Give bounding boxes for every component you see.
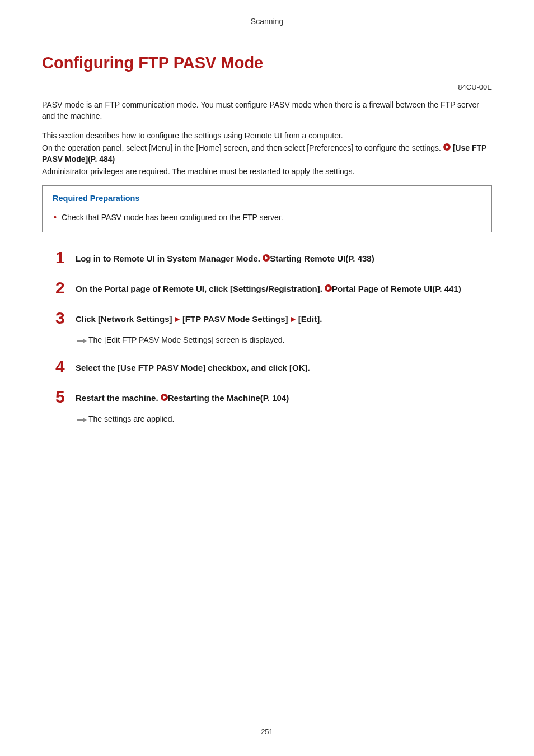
step-number: 4 [55,358,76,375]
step-5-result: The settings are applied. [77,414,492,424]
step-3-result: The [Edit FTP PASV Mode Settings] screen… [77,335,492,345]
svg-marker-13 [83,418,87,422]
intro-para-2b: On the operation panel, select [Menu] in… [42,142,492,165]
prep-item: Check that PASV mode has been configured… [53,213,481,222]
step-5: 5 Restart the machine. Restarting the Ma… [42,389,492,424]
crossref-icon [443,143,451,151]
step-2: 2 On the Portal page of Remote UI, click… [42,279,492,296]
step-number: 2 [55,279,76,296]
svg-rect-12 [77,419,83,421]
svg-marker-6 [175,317,180,322]
crossref-icon [161,394,168,401]
step-number: 5 [55,389,76,405]
intro-para-2b-text: On the operation panel, select [Menu] in… [42,143,443,152]
section-header: Scanning [42,17,492,26]
step-5-result-text: The settings are applied. [88,414,174,423]
step-4: 4 Select the [Use FTP PASV Mode] checkbo… [42,358,492,375]
required-preparations-title: Required Preparations [53,194,481,203]
step-1-crossref[interactable]: Starting Remote UI(P. 438) [270,254,374,263]
step-3: 3 Click [Network Settings] [FTP PASV Mod… [42,310,492,345]
step-3-result-text: The [Edit FTP PASV Mode Settings] screen… [88,335,284,344]
step-5-crossref[interactable]: Restarting the Machine(P. 104) [168,393,289,403]
crossref-icon [263,254,270,262]
result-arrow-icon [77,336,87,345]
step-3-title: Click [Network Settings] [FTP PASV Mode … [76,313,492,325]
page-title: Configuring FTP PASV Mode [42,54,492,77]
step-2-crossref[interactable]: Portal Page of Remote UI(P. 441) [332,284,461,293]
intro-para-3: Administrator privileges are required. T… [42,166,492,177]
step-4-text: Select the [Use FTP PASV Mode] checkbox,… [76,363,310,372]
step-2-text: On the Portal page of Remote UI, click [… [76,284,325,293]
step-5-text: Restart the machine. [76,393,161,403]
svg-marker-7 [291,317,296,322]
document-code: 84CU-00E [42,83,492,91]
step-4-title: Select the [Use FTP PASV Mode] checkbox,… [76,362,492,374]
step-5-title: Restart the machine. Restarting the Mach… [76,392,492,404]
required-preparations-box: Required Preparations Check that PASV mo… [42,185,492,232]
intro-para-2a: This section describes how to configure … [42,130,492,141]
step-2-title: On the Portal page of Remote UI, click [… [76,283,492,295]
intro-para-1: PASV mode is an FTP communication mode. … [42,99,492,122]
step-number: 3 [55,310,76,326]
step-1-title: Log in to Remote UI in System Manager Mo… [76,253,492,265]
step-1: 1 Log in to Remote UI in System Manager … [42,249,492,266]
step-1-text: Log in to Remote UI in System Manager Mo… [76,254,263,263]
step-3-text-b: [FTP PASV Mode Settings] [182,314,291,324]
triangle-separator-icon [175,313,180,325]
svg-marker-9 [83,339,87,343]
step-3-text-a: Click [Network Settings] [76,314,175,324]
result-arrow-icon [77,415,87,424]
triangle-separator-icon [291,313,296,325]
step-3-text-c: [Edit]. [298,314,322,324]
step-number: 1 [55,249,76,266]
svg-rect-8 [77,340,83,342]
crossref-icon [325,284,332,292]
page-number: 251 [0,727,534,736]
